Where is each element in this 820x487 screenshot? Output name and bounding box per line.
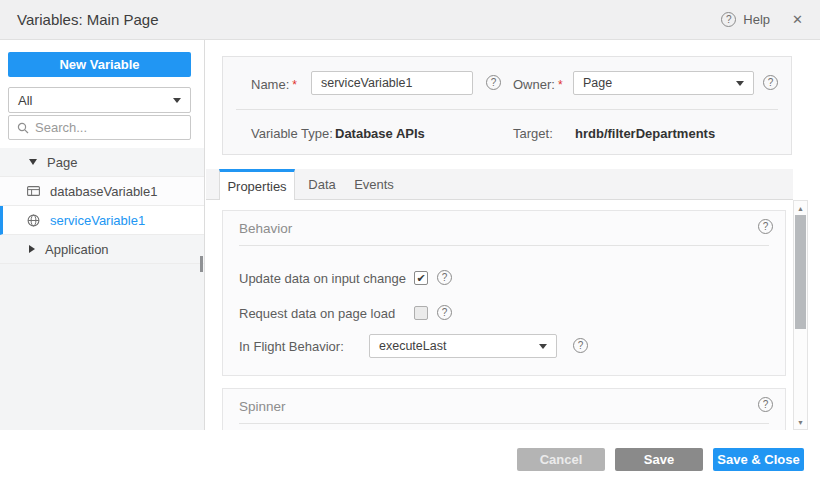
search-icon <box>17 122 29 134</box>
section-title: Spinner <box>239 399 286 414</box>
request-data-help-icon[interactable]: ? <box>437 305 452 320</box>
tree-group-application[interactable]: Application <box>0 235 204 264</box>
tab-bar: Properties Data Events <box>206 169 793 200</box>
owner-value: Page <box>583 76 612 90</box>
tree-item-label: serviceVariable1 <box>50 213 145 228</box>
owner-label: Owner:* <box>513 77 563 92</box>
variable-type-value: Database APIs <box>335 126 425 141</box>
tree-item-database-variable[interactable]: databaseVariable1 <box>0 177 204 206</box>
request-data-label: Request data on page load <box>239 306 395 321</box>
name-label: Name:* <box>251 77 297 92</box>
target-value: hrdb/filterDepartments <box>575 126 715 141</box>
scroll-down-icon[interactable]: ▼ <box>794 416 807 428</box>
spinner-help-icon[interactable]: ? <box>758 397 773 412</box>
dialog-header: Variables: Main Page ? Help ✕ <box>0 0 820 40</box>
sidebar-empty-area <box>0 264 204 430</box>
divider <box>239 423 769 424</box>
sidebar-scrollbar-thumb[interactable] <box>200 256 203 272</box>
properties-panel: Behavior ? Update data on input change ?… <box>206 200 793 430</box>
dialog-footer: Cancel Save Save & Close <box>0 430 820 487</box>
close-icon[interactable]: ✕ <box>792 12 803 27</box>
name-field[interactable] <box>311 71 473 95</box>
spinner-section: Spinner ? <box>222 388 786 430</box>
database-variable-icon <box>26 184 40 198</box>
tab-events[interactable]: Events <box>346 169 402 200</box>
chevron-down-icon <box>736 81 744 86</box>
tree-item-label: databaseVariable1 <box>50 184 157 199</box>
tree-group-label: Page <box>47 155 77 170</box>
update-data-help-icon[interactable]: ? <box>437 270 452 285</box>
request-data-checkbox[interactable] <box>414 306 428 320</box>
in-flight-behavior-select[interactable]: executeLast <box>369 334 557 358</box>
target-label: Target: <box>513 126 553 141</box>
owner-help-icon[interactable]: ? <box>763 75 778 90</box>
behavior-help-icon[interactable]: ? <box>758 219 773 234</box>
section-title: Behavior <box>239 221 292 236</box>
save-and-close-button[interactable]: Save & Close <box>713 448 804 471</box>
variable-filter-value: All <box>18 93 32 108</box>
tree-group-page[interactable]: Page <box>0 148 204 177</box>
page-title: Variables: Main Page <box>17 11 158 28</box>
search-box[interactable] <box>8 115 191 140</box>
save-button[interactable]: Save <box>615 448 703 471</box>
service-variable-icon <box>26 213 40 227</box>
in-flight-behavior-label: In Flight Behavior: <box>239 339 344 354</box>
scrollbar-thumb[interactable] <box>795 215 806 329</box>
required-marker: * <box>292 78 297 92</box>
chevron-down-icon <box>173 98 181 103</box>
help-link[interactable]: Help <box>743 12 770 27</box>
in-flight-behavior-help-icon[interactable]: ? <box>573 338 588 353</box>
help-icon[interactable]: ? <box>721 12 736 27</box>
required-marker: * <box>558 78 563 92</box>
panel-scrollbar[interactable]: ▲ ▼ <box>793 200 808 430</box>
tree-item-service-variable[interactable]: serviceVariable1 <box>0 206 204 235</box>
variables-sidebar: New Variable All Page databaseVariable1 … <box>0 40 205 430</box>
search-input[interactable] <box>35 120 175 135</box>
expand-collapse-icon[interactable] <box>29 245 35 253</box>
new-variable-button[interactable]: New Variable <box>8 52 191 77</box>
variable-type-label: Variable Type: <box>251 126 333 141</box>
variables-tree: Page databaseVariable1 serviceVariable1 … <box>0 148 204 264</box>
scroll-up-icon[interactable]: ▲ <box>794 202 807 214</box>
variable-detail-pane: Name:* ? Owner:* Page ? Variable Type: D… <box>206 40 820 430</box>
name-help-icon[interactable]: ? <box>486 75 501 90</box>
update-data-checkbox[interactable] <box>414 271 428 285</box>
tab-properties[interactable]: Properties <box>219 169 295 200</box>
behavior-section: Behavior ? Update data on input change ?… <box>222 210 786 376</box>
tab-data[interactable]: Data <box>298 169 346 200</box>
divider <box>239 245 769 246</box>
variable-summary-card: Name:* ? Owner:* Page ? Variable Type: D… <box>222 56 792 155</box>
cancel-button[interactable]: Cancel <box>517 448 605 471</box>
tree-group-label: Application <box>45 242 109 257</box>
header-actions: ? Help ✕ <box>721 12 803 27</box>
update-data-label: Update data on input change <box>239 271 406 286</box>
owner-select[interactable]: Page <box>573 71 754 95</box>
chevron-down-icon <box>539 344 547 349</box>
expand-collapse-icon[interactable] <box>29 159 37 165</box>
divider <box>236 109 778 110</box>
in-flight-behavior-value: executeLast <box>379 339 446 353</box>
variable-filter-select[interactable]: All <box>8 87 191 113</box>
